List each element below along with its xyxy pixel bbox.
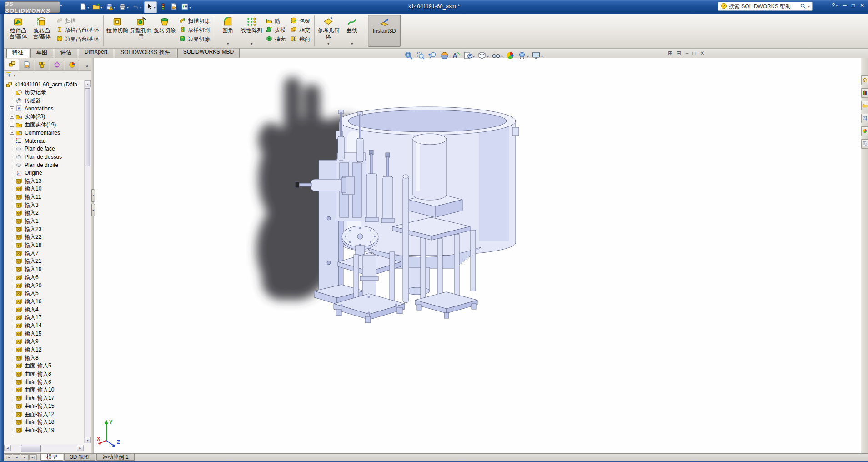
expand-plus-icon[interactable]: + <box>10 106 14 110</box>
tab-command-1[interactable]: 草图 <box>30 47 53 58</box>
hide-show-items-button[interactable]: ▾ <box>491 50 503 62</box>
tree-item[interactable]: Plan de face <box>4 145 84 153</box>
tree-item[interactable]: Plan de droite <box>4 161 84 169</box>
tree-item[interactable]: 输入8 <box>4 354 84 362</box>
tree-item[interactable]: 曲面-输入5 <box>4 362 84 370</box>
view-palette-button[interactable] <box>861 114 868 123</box>
appearances-button[interactable] <box>861 126 868 136</box>
dropdown-arrow-icon[interactable]: ▾ <box>541 55 543 59</box>
tree-item[interactable]: 曲面-输入19 <box>4 427 84 435</box>
design-library-button[interactable] <box>861 88 868 98</box>
tree-item[interactable]: 输入19 <box>4 266 84 274</box>
zoom-to-area-button[interactable] <box>416 50 426 62</box>
bottom-tab-1[interactable]: 3D 视图 <box>64 454 95 461</box>
boundary-button[interactable]: 边界凸台/基体 <box>54 35 101 44</box>
minimize-document-button[interactable]: − <box>685 50 688 56</box>
sheet-nav-button-3[interactable]: ►| <box>29 454 37 460</box>
scroll-thumb[interactable] <box>21 445 41 452</box>
tree-item[interactable]: 输入10 <box>4 185 84 193</box>
dropdown-arrow-icon[interactable]: ▾ <box>227 41 229 47</box>
close-document-button[interactable]: ✕ <box>700 50 704 56</box>
tree-item[interactable]: Origine <box>4 169 84 177</box>
sheet-nav-button-2[interactable]: ► <box>21 454 29 460</box>
intersect-button[interactable]: 相交 <box>288 25 312 35</box>
tree-item[interactable]: 输入3 <box>4 201 84 209</box>
tree-vertical-scrollbar[interactable]: ▲ ▼ <box>84 80 91 443</box>
cut-boundary-button[interactable]: 边界切除 <box>176 35 212 44</box>
sheet-nav-button-0[interactable]: |◄ <box>5 454 12 460</box>
assembly-3d-model[interactable] <box>228 67 592 349</box>
hole-wizard-button[interactable]: 异型孔向导 <box>129 15 153 47</box>
mirror-button[interactable]: 镜向 <box>288 35 312 44</box>
previous-view-button[interactable] <box>427 50 437 62</box>
restore-button[interactable]: □ <box>852 2 855 9</box>
tree-item[interactable]: 输入4 <box>4 306 84 314</box>
scroll-right-icon[interactable]: ► <box>77 445 84 451</box>
scroll-down-icon[interactable]: ▼ <box>85 437 91 443</box>
scroll-thumb[interactable] <box>85 88 90 166</box>
linear-pattern-button[interactable]: 线性阵列▾ <box>240 15 263 47</box>
section-view-button[interactable] <box>439 50 449 62</box>
tree-item[interactable]: 输入15 <box>4 330 84 338</box>
tree-item[interactable]: +实体(23) <box>4 113 84 121</box>
cut-loft-button[interactable]: 放样切割 <box>176 25 212 35</box>
tree-root-item[interactable]: k14041191-60_asm (Défa <box>4 80 84 89</box>
dropdown-arrow-icon[interactable]: ▾ <box>251 41 252 47</box>
tree-item[interactable]: 输入18 <box>4 241 84 250</box>
tree-item[interactable]: 输入9 <box>4 338 84 346</box>
tree-item[interactable]: 输入6 <box>4 274 84 282</box>
tree-item[interactable]: 输入21 <box>4 257 84 266</box>
tab-command-5[interactable]: SOLIDWORKS MBD <box>177 47 240 58</box>
tree-item[interactable]: 输入11 <box>4 193 84 201</box>
tree-item[interactable]: 输入20 <box>4 281 84 290</box>
instant3d-button[interactable]: Instant3D <box>368 15 401 47</box>
tree-item[interactable]: Materiau <box>4 137 84 145</box>
sweep-button[interactable]: 扫描 <box>54 16 101 25</box>
filter-dropdown-icon[interactable]: ▾ <box>14 74 15 78</box>
search-dropdown-icon[interactable]: ▾ <box>808 5 810 9</box>
search-magnifier-icon[interactable] <box>800 3 806 10</box>
tree-item[interactable]: 曲面-输入12 <box>4 410 84 418</box>
expand-plus-icon[interactable]: + <box>10 131 14 135</box>
edit-appearance-button[interactable] <box>505 50 515 62</box>
cut-revolve-button[interactable]: 旋转切除 <box>153 15 176 47</box>
draft-button[interactable]: 拔模 <box>263 25 288 35</box>
dropdown-arrow-icon[interactable]: ▾ <box>473 55 475 59</box>
tree-item[interactable]: 曲面-输入17 <box>4 394 84 402</box>
close-button[interactable]: ✕ <box>860 2 864 9</box>
curves-button[interactable]: 曲线▾ <box>340 15 364 47</box>
expand-plus-icon[interactable]: + <box>10 123 14 127</box>
dropdown-arrow-icon[interactable]: ▾ <box>327 41 329 47</box>
tab-command-0[interactable]: 特征 <box>6 47 29 58</box>
view-settings-button[interactable]: ▾ <box>531 50 543 62</box>
tree-item[interactable]: 输入17 <box>4 314 84 322</box>
tree-item[interactable]: 曲面-输入8 <box>4 370 84 378</box>
help-search-box[interactable]: ? 搜索 SOLIDWORKS 帮助 ▾ <box>718 2 813 11</box>
tree-item[interactable]: 曲面-输入18 <box>4 418 84 427</box>
expand-plus-icon[interactable]: + <box>10 115 14 119</box>
tree-item[interactable]: 输入14 <box>4 322 84 330</box>
panel-tab-featuremanager[interactable] <box>5 59 19 70</box>
panel-tab-displaymanager[interactable] <box>65 60 79 70</box>
panel-splitter[interactable]: ◄ ◄ <box>91 58 94 453</box>
wrap-button[interactable]: 包覆 <box>288 16 312 25</box>
tree-horizontal-scrollbar[interactable]: ◄ ► <box>4 444 84 452</box>
viewport-layout-2-button[interactable]: ⊟ <box>677 50 681 56</box>
graphics-viewport[interactable]: X Y Z <box>94 58 861 453</box>
tree-item[interactable]: 输入22 <box>4 233 84 241</box>
tree-item[interactable]: +曲面实体(19) <box>4 121 84 129</box>
scroll-left-icon[interactable]: ◄ <box>4 445 11 451</box>
tree-item[interactable]: 曲面-输入10 <box>4 386 84 394</box>
panel-tabs-overflow[interactable]: » <box>84 63 90 70</box>
apply-scene-button[interactable]: ▾ <box>517 50 529 62</box>
tree-item[interactable]: 历史记录 <box>4 89 84 97</box>
dropdown-arrow-icon[interactable]: ▾ <box>527 55 529 59</box>
panel-tab-configurationmanager[interactable] <box>35 60 49 70</box>
boss-extrude-button[interactable]: 拉伸凸台/基体 <box>6 15 30 47</box>
splitter-collapse-handle[interactable]: ◄ <box>91 204 95 216</box>
tree-item[interactable]: +Commentaires <box>4 129 84 137</box>
bottom-tab-2[interactable]: 运动算例 1 <box>96 454 135 461</box>
tab-dimxpert[interactable]: DimXpert <box>79 47 113 58</box>
tree-item[interactable]: 传感器 <box>4 96 84 105</box>
panel-tab-propertymanager[interactable] <box>20 60 34 70</box>
